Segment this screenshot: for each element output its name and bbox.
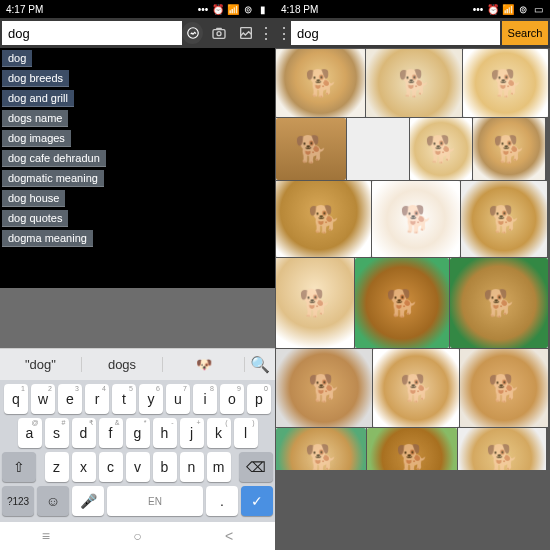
emoji-key[interactable]: ☺ [37, 486, 69, 516]
key-w[interactable]: w2 [31, 384, 55, 414]
key-a[interactable]: a@ [18, 418, 42, 448]
numbers-key[interactable]: ?123 [2, 486, 34, 516]
image-result[interactable] [372, 181, 460, 257]
image-result[interactable] [410, 118, 472, 180]
image-result[interactable] [355, 258, 449, 348]
search-input[interactable] [291, 21, 500, 45]
search-button[interactable]: Search [502, 21, 548, 45]
nav-back[interactable]: < [225, 528, 233, 544]
alarm-icon: ⏰ [212, 3, 224, 15]
key-q[interactable]: q1 [4, 384, 28, 414]
status-icons: ••• ⏰ 📶 ⊚ ▮ [197, 3, 269, 15]
image-result[interactable] [461, 181, 547, 257]
status-time: 4:17 PM [6, 4, 43, 15]
nav-home[interactable]: ○ [133, 528, 141, 544]
image-result[interactable] [460, 349, 548, 427]
confirm-key[interactable]: ✓ [241, 486, 273, 516]
key-g[interactable]: g* [126, 418, 150, 448]
search-input[interactable] [2, 21, 182, 45]
image-result[interactable] [276, 349, 372, 427]
more-icon[interactable]: ⋮ [277, 19, 291, 47]
image-result[interactable] [276, 118, 346, 180]
suggestion-item[interactable]: dogma meaning [2, 230, 93, 247]
image-result[interactable] [458, 428, 546, 470]
suggestion-item[interactable]: dog quotes [2, 210, 68, 227]
key-o[interactable]: o9 [220, 384, 244, 414]
shift-key[interactable]: ⇧ [2, 452, 36, 482]
key-m[interactable]: m [207, 452, 231, 482]
image-result[interactable] [276, 181, 371, 257]
status-bar: 4:17 PM ••• ⏰ 📶 ⊚ ▮ [0, 0, 275, 18]
period-key[interactable]: . [206, 486, 238, 516]
image-result[interactable] [276, 49, 365, 117]
svg-point-2 [217, 32, 221, 36]
screenshot-left: 4:17 PM ••• ⏰ 📶 ⊚ ▮ ⋮ dog dog breeds dog… [0, 0, 275, 550]
key-t[interactable]: t5 [112, 384, 136, 414]
battery-icon: ▭ [532, 3, 544, 15]
backspace-key[interactable]: ⌫ [239, 452, 273, 482]
key-v[interactable]: v [126, 452, 150, 482]
key-h[interactable]: h- [153, 418, 177, 448]
suggestion-item[interactable]: dogs name [2, 110, 68, 127]
spacer [0, 288, 275, 348]
key-x[interactable]: x [72, 452, 96, 482]
navigation-bar: ≡ ○ < [0, 522, 275, 550]
key-i[interactable]: i8 [193, 384, 217, 414]
prediction-item[interactable]: 🐶 [163, 357, 245, 372]
content-area: dog dog breeds dog and grill dogs name d… [0, 48, 275, 288]
insert-image-icon[interactable] [182, 22, 203, 44]
more-icon[interactable]: ⋮ [259, 19, 273, 47]
keyboard: q1w2e3r4t5y6u7i8o9p0 a@s#d₹f&g*h-j+k(l) … [0, 380, 275, 522]
bottom-spacer [275, 470, 550, 550]
image-result[interactable] [276, 258, 354, 348]
suggestion-item[interactable]: dog images [2, 130, 71, 147]
camera-icon[interactable] [205, 19, 232, 47]
key-e[interactable]: e3 [58, 384, 82, 414]
key-p[interactable]: p0 [247, 384, 271, 414]
image-result[interactable] [367, 428, 457, 470]
status-time: 4:18 PM [281, 4, 318, 15]
key-l[interactable]: l) [234, 418, 258, 448]
prediction-bar: "dog" dogs 🐶 🔍 [0, 348, 275, 380]
signal-icon: 📶 [227, 3, 239, 15]
suggestion-item[interactable]: dog cafe dehradun [2, 150, 106, 167]
image-result[interactable] [463, 49, 548, 117]
image-result[interactable] [450, 258, 548, 348]
key-u[interactable]: u7 [166, 384, 190, 414]
image-result[interactable] [473, 118, 545, 180]
image-result[interactable] [276, 428, 366, 470]
key-f[interactable]: f& [99, 418, 123, 448]
space-key[interactable]: EN [107, 486, 203, 516]
suggestion-item[interactable]: dog breeds [2, 70, 69, 87]
key-c[interactable]: c [99, 452, 123, 482]
suggestion-item[interactable]: dog [2, 50, 32, 67]
search-icon[interactable]: 🔍 [245, 355, 275, 374]
key-s[interactable]: s# [45, 418, 69, 448]
image-result[interactable] [347, 118, 409, 180]
prediction-item[interactable]: "dog" [0, 357, 82, 372]
search-bar: ⋮ [0, 18, 275, 48]
status-bar: 4:18 PM ••• ⏰ 📶 ⊚ ▭ [275, 0, 550, 18]
key-k[interactable]: k( [207, 418, 231, 448]
gallery-icon[interactable] [232, 19, 259, 47]
suggestion-item[interactable]: dogmatic meaning [2, 170, 104, 187]
key-d[interactable]: d₹ [72, 418, 96, 448]
nav-recent[interactable]: ≡ [42, 528, 50, 544]
key-j[interactable]: j+ [180, 418, 204, 448]
alarm-icon: ⏰ [487, 3, 499, 15]
key-r[interactable]: r4 [85, 384, 109, 414]
wifi-icon: ⊚ [242, 3, 254, 15]
suggestion-item[interactable]: dog house [2, 190, 65, 207]
image-result[interactable] [373, 349, 459, 427]
key-z[interactable]: z [45, 452, 69, 482]
wifi-icon: ⊚ [517, 3, 529, 15]
prediction-item[interactable]: dogs [82, 357, 164, 372]
key-n[interactable]: n [180, 452, 204, 482]
screenshot-right: 4:18 PM ••• ⏰ 📶 ⊚ ▭ ⋮ Search [275, 0, 550, 550]
mic-key[interactable]: 🎤 [72, 486, 104, 516]
svg-rect-1 [213, 30, 225, 39]
image-result[interactable] [366, 49, 462, 117]
suggestion-item[interactable]: dog and grill [2, 90, 74, 107]
key-b[interactable]: b [153, 452, 177, 482]
key-y[interactable]: y6 [139, 384, 163, 414]
